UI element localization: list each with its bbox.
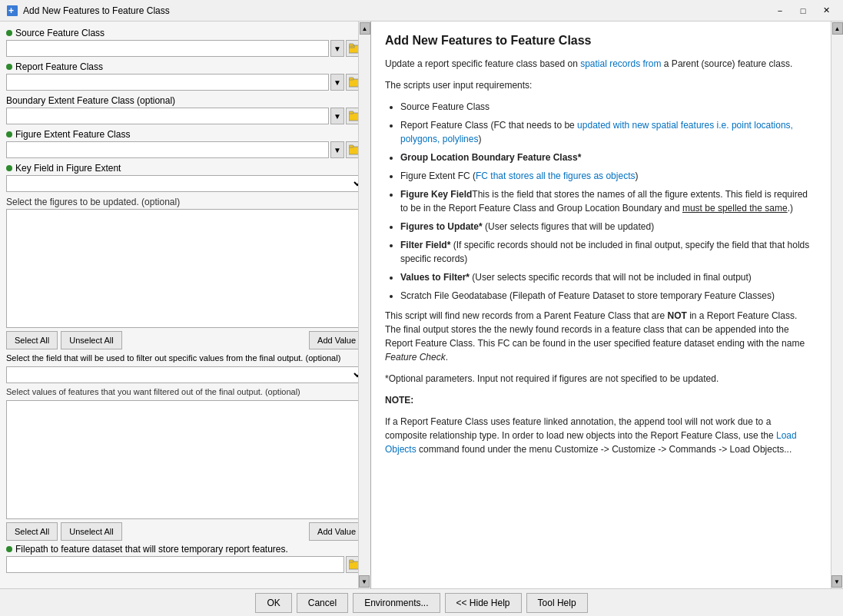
source-feature-class-label: Source Feature Class: [6, 28, 364, 38]
app-icon: +: [6, 5, 18, 17]
filepath-row: [6, 556, 364, 573]
bullet-2: Report Feature Class (FC that needs to b…: [400, 118, 814, 146]
help-list: Source Feature Class Report Feature Clas…: [400, 100, 814, 303]
bullet-4: Figure Extent FC (FC that stores all the…: [400, 169, 814, 183]
source-dot: [6, 30, 12, 36]
boundary-extent-arrow[interactable]: ▼: [330, 108, 344, 124]
window-title: Add New Features to Feature Class: [23, 5, 769, 16]
add-value-button-1[interactable]: Add Value: [309, 331, 364, 349]
source-feature-class-row: ▼: [6, 40, 364, 57]
btn-row-2: Select All Unselect All Add Value: [6, 522, 364, 541]
key-field-select[interactable]: [6, 175, 364, 192]
key-field-label: Key Field in Figure Extent: [6, 163, 364, 174]
source-feature-class-group: Source Feature Class ▼: [6, 28, 364, 57]
right-panel: ▲ ▼ Add New Features to Feature Class Up…: [371, 22, 843, 588]
svg-rect-4: [349, 44, 353, 46]
svg-rect-12: [349, 560, 353, 562]
left-scroll-area[interactable]: Source Feature Class ▼ Report Feature Cl…: [0, 22, 370, 588]
bold-text-3: Group Location Boundary Feature Class*: [400, 152, 581, 163]
svg-rect-6: [349, 78, 353, 80]
bullet-5: Figure Key FieldThis is the field that s…: [400, 187, 814, 215]
footer-bar: OK Cancel Environments... << Hide Help T…: [0, 588, 843, 616]
values-listbox[interactable]: [6, 400, 364, 519]
svg-rect-8: [349, 111, 353, 114]
bold-text-5: Figure Key Field: [400, 189, 472, 200]
figures-listbox[interactable]: [6, 209, 364, 328]
right-scroll-down[interactable]: ▼: [831, 575, 842, 588]
italic-feature-check: Feature Check: [385, 352, 446, 363]
help-title: Add New Features to Feature Class: [385, 34, 814, 48]
scroll-up-arrow[interactable]: ▲: [360, 22, 370, 35]
add-value-button-2[interactable]: Add Value: [309, 522, 364, 541]
report-feature-class-input[interactable]: [6, 74, 329, 91]
help-para4: *Optional parameters. Input not required…: [385, 372, 814, 386]
figure-extent-group: Figure Extent Feature Class ▼: [6, 129, 364, 158]
cancel-button[interactable]: Cancel: [297, 593, 348, 613]
bullet-1: Source Feature Class: [400, 100, 814, 114]
not-bold: NOT: [667, 310, 686, 321]
hide-help-button[interactable]: << Hide Help: [445, 593, 522, 613]
select-all-button-2[interactable]: Select All: [6, 522, 58, 541]
report-feature-class-row: ▼: [6, 74, 364, 91]
colored-text-1: spatial records from: [580, 58, 661, 69]
help-para2: The scripts user input requirements:: [385, 78, 814, 92]
figures-label: Select the figures to be updated. (optio…: [6, 197, 364, 207]
filepath-input[interactable]: [6, 556, 344, 573]
tool-help-button[interactable]: Tool Help: [526, 593, 588, 613]
report-feature-class-arrow[interactable]: ▼: [330, 74, 344, 91]
figure-extent-dot: [6, 131, 12, 137]
colored-load-objects: Load Objects: [385, 430, 797, 455]
environments-button[interactable]: Environments...: [353, 593, 440, 613]
title-bar: + Add New Features to Feature Class − □ …: [0, 0, 843, 22]
filter-field-label: Select the field that will be used to fi…: [6, 353, 364, 364]
report-feature-class-label: Report Feature Class: [6, 61, 364, 72]
bold-text-6: Figures to Update*: [400, 221, 483, 232]
btn-row-1: Select All Unselect All Add Value: [6, 331, 364, 349]
bold-text-8: Values to Filter*: [400, 272, 470, 283]
svg-rect-10: [349, 145, 353, 147]
underline-text-5: must be spelled the same: [682, 203, 788, 214]
scroll-down-arrow[interactable]: ▼: [359, 575, 370, 588]
unselect-all-button-1[interactable]: Unselect All: [61, 331, 121, 349]
key-field-group: Key Field in Figure Extent: [6, 163, 364, 192]
colored-text-2: updated with new spatial features i.e. p…: [400, 120, 793, 144]
report-feature-class-group: Report Feature Class ▼: [6, 61, 364, 91]
source-feature-class-arrow[interactable]: ▼: [330, 40, 344, 57]
filter-select-row: [6, 366, 364, 383]
boundary-extent-input[interactable]: [6, 108, 329, 124]
filepath-label: Filepath to feature dataset that will st…: [6, 544, 364, 555]
unselect-all-button-2[interactable]: Unselect All: [61, 522, 121, 541]
minimize-button[interactable]: −: [769, 3, 791, 18]
main-container: Source Feature Class ▼ Report Feature Cl…: [0, 22, 843, 588]
left-panel: Source Feature Class ▼ Report Feature Cl…: [0, 22, 371, 588]
figure-extent-arrow[interactable]: ▼: [330, 141, 344, 158]
help-para5: If a Report Feature Class uses feature l…: [385, 415, 814, 456]
boundary-extent-group: Boundary Extent Feature Class (optional)…: [6, 95, 364, 124]
help-note-label: NOTE:: [385, 393, 814, 407]
help-body: Update a report specific feature class b…: [385, 57, 814, 456]
left-scrollbar[interactable]: ▲ ▼: [358, 22, 370, 588]
right-scrollbar[interactable]: ▲ ▼: [831, 22, 843, 588]
bullet-9: Scratch File Geodatabase (Filepath of Fe…: [400, 289, 814, 303]
values-label: Select values of features that you want …: [6, 386, 364, 398]
maximize-button[interactable]: □: [792, 3, 814, 18]
ok-button[interactable]: OK: [255, 593, 291, 613]
key-field-dot: [6, 165, 12, 171]
report-dot: [6, 64, 12, 70]
help-content: Add New Features to Feature Class Update…: [385, 34, 829, 456]
bullet-6: Figures to Update* (User selects figures…: [400, 220, 814, 233]
bullet-3: Group Location Boundary Feature Class*: [400, 151, 814, 164]
figure-extent-input[interactable]: [6, 141, 329, 158]
filter-field-select[interactable]: [6, 366, 364, 383]
right-scroll-up[interactable]: ▲: [832, 22, 843, 35]
bold-text-7: Filter Field*: [400, 240, 450, 250]
key-field-row: [6, 175, 364, 192]
close-button[interactable]: ✕: [815, 3, 837, 18]
window-controls: − □ ✕: [769, 3, 837, 18]
bullet-7: Filter Field* (If specific records shoul…: [400, 238, 814, 266]
source-feature-class-input[interactable]: [6, 40, 329, 57]
bullet-8: Values to Filter* (User selects specific…: [400, 270, 814, 284]
help-para3: This script will find new records from a…: [385, 309, 814, 364]
filepath-dot: [6, 546, 12, 552]
select-all-button-1[interactable]: Select All: [6, 331, 58, 349]
